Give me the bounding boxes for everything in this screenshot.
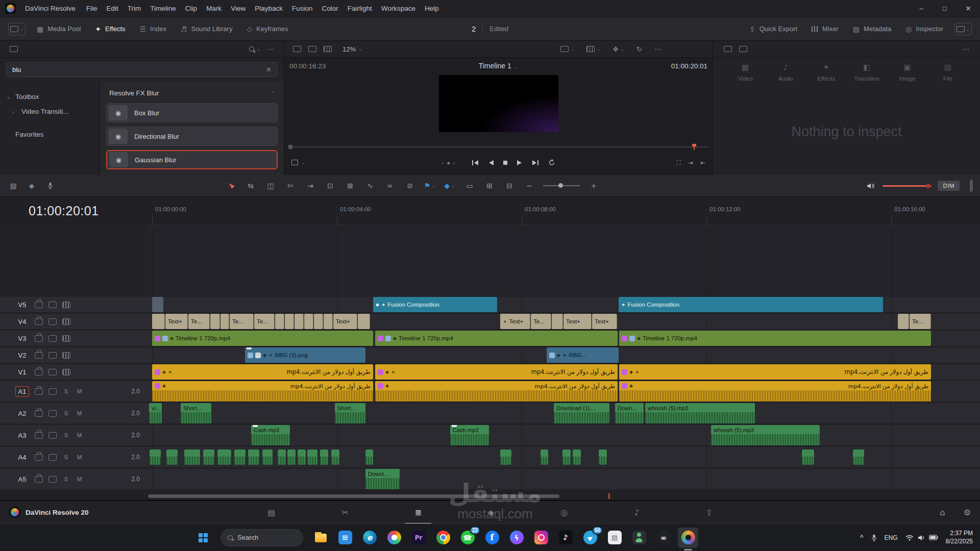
timeline-clip[interactable]: Downl... [365, 469, 400, 489]
timeline-clip[interactable]: whoosh (5).mp3 [711, 425, 820, 445]
timeline-clip[interactable] [184, 449, 200, 465]
taskbar-clock[interactable]: 2:37 PM 8/22/2025 [946, 530, 973, 545]
page-tab-deliver[interactable]: ⇪ [706, 508, 713, 517]
flip-icon[interactable] [48, 454, 57, 461]
track-header-a4[interactable]: A4SM2.0 [0, 447, 148, 467]
timeline-clip[interactable] [500, 449, 511, 465]
workspace-dropdown[interactable]: ⌄ [954, 23, 972, 35]
toolbar-mixer[interactable]: Mixer [804, 17, 846, 40]
razor-tool[interactable]: ✄ [284, 179, 297, 192]
search-input[interactable] [12, 66, 266, 73]
viewer-zoom-dropdown[interactable]: 12%⌄ [342, 45, 362, 53]
track-header-v2[interactable]: V2 [0, 347, 148, 363]
tree-item-toolbox[interactable]: ⌄Toolbox [0, 89, 100, 104]
menu-item-mark[interactable]: Mark [202, 0, 226, 17]
track-header-v4[interactable]: V4 [0, 314, 148, 329]
wipe-mode-dropdown[interactable]: ⌄ [557, 46, 578, 52]
flip-icon[interactable] [48, 352, 57, 359]
inspector-image-icon[interactable] [720, 46, 736, 52]
taskbar-app-telegram[interactable]: ▶50 [580, 528, 600, 548]
track-header-a1[interactable]: A1SM2.0 [0, 381, 148, 402]
lock-icon[interactable] [35, 388, 43, 395]
track-lane-a5[interactable]: Downl... [148, 469, 980, 489]
snap-tool[interactable]: ▭ [463, 179, 476, 192]
track-lane-v1[interactable]: طريق أول دولار من الانترنت.mp4طريق أول د… [148, 364, 980, 380]
toolbar-metadata[interactable]: ▤Metadata [846, 17, 898, 40]
flip-icon[interactable] [48, 369, 57, 375]
selection-tool[interactable]: ► [225, 179, 237, 192]
panel-layout-dropdown[interactable]: ⌄ [8, 23, 26, 35]
mute-button[interactable]: M [76, 410, 83, 417]
master-volume-slider[interactable] [883, 185, 932, 187]
timeline-clip[interactable] [898, 314, 909, 329]
track-lane-v4[interactable]: Text+Te...Te...Te...Text+Text+Te...Text+… [148, 314, 980, 329]
go-previous-icon[interactable]: ⇤ [700, 159, 705, 166]
track-name-a5[interactable]: A5 [15, 474, 29, 485]
seek-start-handle[interactable] [288, 145, 292, 149]
loop-button[interactable] [548, 159, 555, 166]
timeline-clip[interactable] [152, 297, 163, 312]
timeline-clip[interactable]: vi... [149, 403, 162, 423]
track-lane-a3[interactable]: Cash.mp3Cash.mp3whoosh (5).mp3 [148, 425, 980, 445]
film-icon[interactable] [62, 369, 70, 375]
track-lane-v2[interactable]: RBG (3).pngRBG... [148, 347, 980, 363]
zoom-window-tool[interactable]: ⊞ [483, 179, 496, 192]
timeline-vertical-scrollbar[interactable] [970, 180, 973, 192]
timeline-clip[interactable]: Short... [181, 403, 211, 423]
refresh-icon[interactable]: ↻ [633, 45, 646, 53]
track-header-v3[interactable]: V3 [0, 331, 148, 346]
timeline-clip[interactable]: طريق أول دولار من الانترنت.mp4 [619, 381, 931, 402]
taskbar-app-store[interactable]: ⊞ [335, 528, 355, 548]
lock-icon[interactable] [35, 318, 43, 325]
page-tab-cut[interactable]: ✂ [341, 508, 348, 517]
timeline-clip[interactable]: طريق أول دولار من الانترنت.mp4 [152, 381, 373, 402]
wifi-icon[interactable] [905, 535, 914, 541]
timeline-clip[interactable] [307, 449, 317, 465]
play-reverse-button[interactable] [488, 160, 494, 166]
timeline-clip[interactable] [298, 449, 306, 465]
zoom-out-button[interactable]: − [523, 179, 535, 192]
page-tab-color[interactable]: ◎ [560, 508, 568, 517]
timeline-clip[interactable]: Timeline 1 720p.mp4 [152, 331, 373, 346]
timeline-clip[interactable]: Text+ [165, 314, 188, 329]
timeline-clip[interactable]: RBG (3).png [245, 347, 365, 363]
effect-box-blur[interactable]: ◉Box Blur [106, 103, 278, 122]
timeline-horizontal-scrollbar[interactable] [148, 494, 559, 498]
flip-icon[interactable] [48, 388, 57, 395]
timeline-clip[interactable]: Text+ [500, 314, 530, 329]
flip-icon[interactable] [48, 476, 57, 483]
timeline-clip[interactable] [262, 449, 273, 465]
timeline-clip[interactable] [552, 314, 563, 329]
effect-gaussian-blur[interactable]: ◉Gaussian Blur [106, 150, 278, 169]
mute-button[interactable]: M [76, 454, 83, 461]
zoom-slider-track[interactable] [543, 185, 580, 186]
timeline-clip[interactable]: طريق أول دولار من الانترنت.mp4 [152, 364, 373, 380]
timeline-clip[interactable]: Fusion Composition [619, 297, 883, 312]
inspector-options-icon[interactable]: ⋯ [959, 45, 973, 53]
lock-icon[interactable] [35, 454, 43, 461]
lock-icon[interactable] [35, 335, 43, 342]
track-name-a2[interactable]: A2 [15, 408, 29, 419]
timeline-clip[interactable]: Text+ [564, 314, 592, 329]
timeline-clip[interactable] [365, 449, 373, 465]
timeline-clip[interactable] [285, 314, 294, 329]
language-indicator[interactable]: ENG [885, 534, 898, 541]
solo-button[interactable]: S [62, 388, 70, 395]
timeline-clip[interactable]: whoosh (5).mp3 [645, 403, 755, 423]
track-header-v5[interactable]: V5 [0, 297, 148, 312]
track-lane-v5[interactable]: Fusion CompositionFusion Composition [148, 297, 980, 312]
timeline-clip[interactable] [853, 449, 864, 465]
timeline-clip[interactable] [331, 449, 339, 465]
lock-icon[interactable] [35, 369, 43, 375]
timeline-clip[interactable]: Te... [254, 314, 275, 329]
search-filter-dropdown[interactable]: ⌄ [246, 46, 264, 52]
solo-button[interactable]: S [62, 410, 70, 417]
taskbar-app-whatsapp[interactable]: ☎22 [457, 528, 478, 548]
timeline-ruler[interactable]: 01:00:00:0001:00:04:0001:00:08:0001:00:1… [148, 197, 980, 225]
track-header-a5[interactable]: A5SM2.0 [0, 469, 148, 489]
timeline-clip[interactable] [166, 449, 178, 465]
film-icon[interactable] [62, 352, 70, 359]
taskbar-app-photos[interactable] [384, 528, 404, 548]
speaker-icon[interactable] [864, 179, 876, 192]
timeline-clip[interactable] [278, 449, 286, 465]
